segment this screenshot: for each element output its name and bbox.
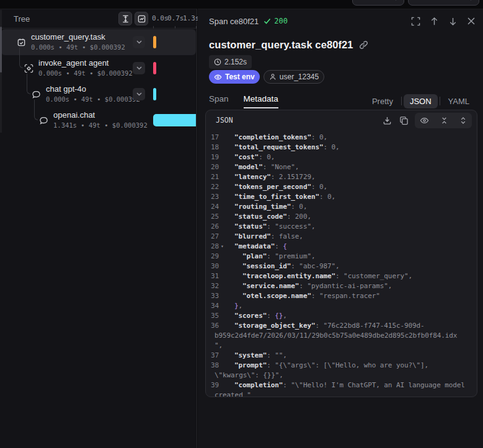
json-line: 33 "otel.scope.name": "respan.tracer" [206, 291, 477, 301]
tab-span[interactable]: Span [209, 94, 229, 108]
json-line: 37"system": "", [206, 351, 477, 361]
tree-row-invoke-agent[interactable]: invoke_agent agent 0.000s • 49t • $0.000… [1, 55, 196, 81]
next-span-button[interactable] [448, 17, 458, 26]
fullscreen-button[interactable] [411, 17, 420, 26]
agent-icon [24, 63, 33, 73]
line-number: 18 [206, 143, 234, 152]
success-check-icon [264, 17, 271, 25]
line-number: 33 [206, 291, 234, 301]
json-line: created " [206, 390, 477, 397]
json-line: ", [206, 341, 477, 351]
span-id-label: Span ce80f21 [209, 17, 259, 26]
line-number: 24 [206, 202, 234, 212]
format-option-pretty[interactable]: Pretty [366, 94, 399, 108]
user-badge[interactable]: user_12345 [264, 70, 324, 84]
json-line: 34}, [206, 301, 477, 311]
clock-icon [214, 58, 221, 66]
timeline-tick-label: 0.0s [152, 14, 169, 22]
fold-icon [440, 116, 448, 125]
format-option-yaml[interactable]: YAML [442, 94, 476, 108]
json-line: 23"time_to_first_token": 0, [206, 192, 477, 202]
json-viewer: JSON [205, 110, 477, 397]
timeline-tick [196, 26, 197, 29]
task-icon [16, 37, 26, 47]
expand-all-button[interactable] [458, 115, 468, 126]
close-panel-button[interactable] [467, 17, 476, 26]
row-expand-button[interactable] [133, 62, 145, 74]
timeline-view-toggle-button[interactable] [135, 12, 148, 25]
tree-scrollbar-thumb[interactable] [0, 27, 2, 72]
chevron-down-icon [136, 40, 142, 44]
json-line: 25"status_code": 200, [206, 212, 477, 222]
tree-panel-title: Tree [14, 14, 30, 24]
tree-connector [19, 48, 23, 68]
tree-row-chat-gpt4o[interactable]: chat gpt-4o 0.000s • 49t • $0.000392 [1, 81, 196, 107]
tab-metadata[interactable]: Metadata [244, 94, 278, 108]
tree-row-openai-chat[interactable]: openai.chat 1.341s • 49t • $0.000392 [1, 107, 196, 133]
json-line: 35"scores": {}, [206, 311, 477, 321]
line-number: 39 [206, 380, 234, 390]
copy-icon [399, 116, 409, 125]
status-code: 200 [274, 17, 288, 25]
copy-link-button[interactable] [359, 40, 368, 50]
span-duration-bar [153, 88, 156, 100]
line-number: 37 [206, 351, 234, 361]
preview-button[interactable] [419, 115, 430, 126]
row-expand-button[interactable] [133, 88, 145, 100]
collapse-node-button[interactable]: ▾ [221, 242, 224, 252]
top-toolbar-button-1[interactable] [352, 0, 404, 6]
environment-badge[interactable]: Test env [209, 70, 260, 84]
line-number: 19 [206, 152, 234, 162]
environment-label: Test env [225, 72, 255, 81]
line-number: 30 [206, 261, 234, 271]
json-line: 22"tokens_per_second": 0, [206, 182, 477, 192]
json-code-area[interactable]: 17"completion_tokens": 0,18"total_reques… [206, 133, 477, 397]
json-line: 38"prompt": "{\"args\": [\"Hello, who ar… [206, 361, 477, 371]
line-number: 32 [206, 281, 234, 291]
line-number: 29 [206, 252, 234, 261]
unfold-icon [459, 116, 467, 125]
chat-icon [31, 89, 41, 99]
copy-button[interactable] [398, 115, 410, 126]
trace-tree-panel: Tree 0.0s 0.7s 1.3s [0, 9, 197, 448]
previous-span-button[interactable] [430, 17, 439, 26]
chevron-down-icon [393, 0, 399, 3]
row-expand-button[interactable] [133, 36, 145, 48]
user-icon [269, 73, 277, 81]
format-switch: Pretty JSON YAML [366, 94, 476, 108]
json-line: 29 "plan": "premium", [206, 252, 477, 261]
separator [401, 97, 402, 105]
collapse-all-button[interactable] [439, 115, 450, 126]
json-line: 28▾"metadata": { [206, 242, 477, 252]
detail-tabs: Span Metadata Pretty JSON YAML [209, 92, 476, 110]
tree-scrollbar-track[interactable] [0, 10, 2, 133]
arrow-down-icon [448, 17, 458, 26]
line-number: 20 [206, 162, 234, 172]
eye-icon [420, 116, 429, 125]
tree-row-customer-query-task[interactable]: customer_query.task 0.000s • 49t • $0.00… [1, 29, 196, 55]
row-height-toggle-button[interactable] [118, 12, 132, 25]
json-line: \"kwargs\": {}}", [206, 371, 477, 380]
line-number: 28▾ [206, 242, 234, 252]
span-stats: 0.000s • 49t • $0.000392 [31, 42, 125, 52]
timeline-chart-icon [138, 15, 146, 23]
json-line: 36"storage_object_key": "76c22bd8-f747-4… [206, 321, 477, 331]
timeline-axis: 0.0s 0.7s 1.3s [151, 9, 197, 29]
viewer-options-group [415, 113, 472, 128]
line-number: 38 [206, 361, 234, 371]
line-number: 17 [206, 133, 234, 143]
top-toolbar-button-2[interactable] [408, 0, 479, 6]
line-number: 25 [206, 212, 234, 222]
span-stats: 0.000s • 49t • $0.000392 [38, 68, 133, 78]
line-number: 22 [206, 182, 234, 192]
fullscreen-icon [411, 17, 420, 26]
format-option-json[interactable]: JSON [404, 94, 438, 108]
json-line: 17"completion_tokens": 0, [206, 133, 477, 143]
span-title: customer_query.task ce80f21 [209, 39, 353, 51]
json-viewer-label: JSON [216, 116, 233, 125]
link-icon [359, 40, 368, 50]
json-line: 20"model": "None", [206, 162, 477, 172]
download-button[interactable] [381, 115, 393, 126]
line-number: 23 [206, 192, 234, 202]
span-duration-bar [153, 36, 156, 48]
